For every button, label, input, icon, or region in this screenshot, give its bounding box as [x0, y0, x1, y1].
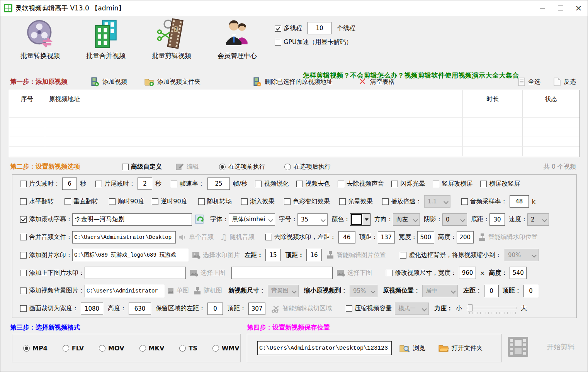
format-ts[interactable]: TS: [179, 345, 197, 352]
open-folder-button[interactable]: 打开文件夹: [438, 344, 483, 352]
shrink-select[interactable]: 95%: [350, 285, 377, 297]
keep-left-input[interactable]: [207, 303, 223, 315]
new-size-select[interactable]: 背景图: [268, 285, 299, 297]
resize-checkbox[interactable]: [386, 270, 393, 276]
random-image-button[interactable]: 随机图: [194, 287, 222, 295]
clear-table-button[interactable]: ✕ 清空表格: [359, 75, 394, 88]
blur-border-checkbox[interactable]: [400, 252, 406, 259]
bg-top-input[interactable]: [523, 285, 538, 297]
format-ts-radio[interactable]: [179, 345, 186, 352]
sharpen-checkbox[interactable]: [255, 181, 262, 187]
exec-before-radio[interactable]: [219, 164, 226, 170]
compress-strength-slider[interactable]: [466, 303, 517, 314]
remove-watermark-left-input[interactable]: [338, 231, 355, 243]
subtitle-checkbox[interactable]: [20, 216, 27, 223]
format-mp4-radio[interactable]: [23, 345, 30, 352]
compress-mode-select[interactable]: 模式一: [395, 303, 429, 315]
subtitle-size-select[interactable]: 35: [297, 213, 328, 226]
merge-audio-checkbox[interactable]: [20, 234, 27, 240]
slider-track[interactable]: [466, 307, 517, 309]
batch-merge-button[interactable]: 批量合并视频: [73, 18, 139, 60]
sample-rate-checkbox[interactable]: [461, 198, 468, 205]
blur-border-select[interactable]: 90%: [505, 249, 539, 261]
image-watermark-checkbox[interactable]: [20, 252, 27, 259]
remove-watermark-width-input[interactable]: [417, 231, 434, 243]
bg-image-checkbox[interactable]: [20, 287, 27, 294]
flip-v-checkbox[interactable]: [65, 198, 71, 205]
multithread-checkbox[interactable]: [275, 25, 281, 32]
add-folder-button[interactable]: 添加视频文件夹: [144, 75, 201, 88]
crop-top-input[interactable]: [248, 303, 265, 315]
image-watermark-left-input[interactable]: [265, 249, 281, 261]
exec-after-radio[interactable]: [284, 164, 291, 170]
maximize-button[interactable]: [551, 0, 569, 16]
subtitle-font-select[interactable]: 黑体(simhei: [229, 213, 275, 226]
remove-watermark-height-input[interactable]: [457, 231, 474, 243]
rotate-ccw-checkbox[interactable]: [152, 198, 158, 205]
subtitle-text-input[interactable]: [72, 213, 192, 226]
gpu-checkbox[interactable]: [275, 39, 281, 46]
close-button[interactable]: ×: [569, 0, 588, 16]
color-fx-checkbox[interactable]: [284, 198, 291, 205]
head-trim-checkbox[interactable]: [20, 181, 27, 187]
exec-after-radio-group[interactable]: 在选项后执行: [284, 160, 331, 174]
select-all-button[interactable]: 全选: [517, 75, 540, 88]
subtitle-speed-select[interactable]: 2: [527, 213, 549, 226]
format-mp4[interactable]: MP4: [23, 345, 48, 352]
save-path-input[interactable]: [257, 341, 392, 355]
image-watermark-path-input[interactable]: [72, 249, 188, 261]
crop-height-input[interactable]: [129, 303, 151, 315]
merge-audio-path-input[interactable]: [72, 231, 176, 243]
add-video-button[interactable]: 添加视频: [90, 75, 127, 88]
mute-checkbox[interactable]: [338, 181, 344, 187]
frame-rate-checkbox[interactable]: [171, 181, 177, 187]
choose-watermark-image-button[interactable]: 选择水印图片: [192, 251, 240, 259]
subtitle-shadow-select[interactable]: 0: [442, 213, 467, 226]
bg-left-input[interactable]: [484, 285, 499, 297]
tail-trim-checkbox[interactable]: [95, 181, 102, 187]
fade-in-checkbox[interactable]: [241, 198, 248, 205]
format-wmv-radio[interactable]: [212, 345, 219, 352]
crop-checkbox[interactable]: [20, 305, 27, 312]
format-wmv[interactable]: WMV: [212, 345, 240, 352]
speed-checkbox[interactable]: [382, 198, 389, 205]
flicker-checkbox[interactable]: [391, 181, 398, 187]
advanced-custom-checkbox[interactable]: [122, 164, 129, 170]
remove-watermark-checkbox[interactable]: [265, 234, 272, 240]
halo-checkbox[interactable]: [339, 198, 346, 205]
format-flv[interactable]: FLV: [63, 345, 84, 352]
format-mov-radio[interactable]: [99, 345, 105, 352]
sample-rate-input[interactable]: [510, 195, 529, 208]
exec-before-radio-group[interactable]: 在选项前执行: [219, 160, 265, 174]
v2h-checkbox[interactable]: [433, 181, 439, 187]
frame-rate-input[interactable]: [207, 178, 230, 190]
transition-checkbox[interactable]: [198, 198, 205, 205]
tb-watermark-checkbox[interactable]: [20, 270, 27, 276]
format-mkv[interactable]: MKV: [139, 345, 165, 352]
head-trim-input[interactable]: [62, 178, 77, 190]
random-audio-button[interactable]: ♫ 随机音频: [220, 233, 255, 242]
refresh-icon[interactable]: [195, 214, 206, 225]
color-dropdown-button[interactable]: [363, 214, 370, 225]
crop-width-input[interactable]: [81, 303, 103, 315]
subtitle-dir-select[interactable]: 向左: [393, 213, 420, 226]
thread-count-input[interactable]: [308, 22, 331, 34]
subtitle-color-select[interactable]: [350, 213, 370, 226]
speed-select[interactable]: 1.1: [424, 195, 450, 208]
start-button[interactable]: [508, 337, 528, 357]
member-center-button[interactable]: 会员管理中心: [204, 18, 270, 60]
edit-button[interactable]: 编辑: [175, 160, 199, 174]
single-audio-button[interactable]: 单个音频: [178, 233, 214, 241]
batch-clip-button[interactable]: 1 批量剪辑视频: [139, 18, 204, 60]
format-flv-radio[interactable]: [63, 345, 69, 352]
decolor-checkbox[interactable]: [296, 181, 303, 187]
invert-selection-button[interactable]: 反选: [553, 75, 576, 88]
minimize-button[interactable]: [533, 0, 551, 16]
subtitle-bottom-input[interactable]: [489, 213, 505, 226]
compress-checkbox[interactable]: [346, 305, 352, 312]
format-mov[interactable]: MOV: [99, 345, 124, 352]
bg-image-path-input[interactable]: [85, 285, 164, 297]
smart-crop-button[interactable]: 智能编辑裁切区域: [272, 304, 332, 313]
top-image-path-input[interactable]: [85, 267, 186, 279]
delete-selected-button[interactable]: 删除已选择的原视频地址: [252, 75, 333, 88]
